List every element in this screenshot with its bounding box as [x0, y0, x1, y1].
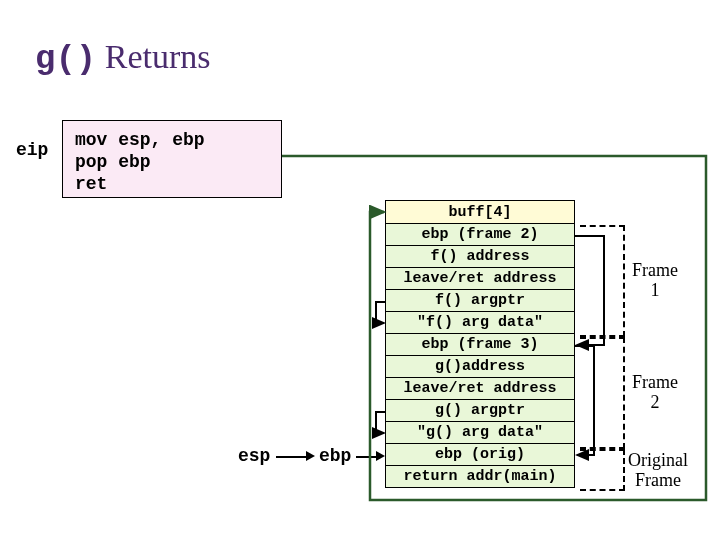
title-mono: g()	[35, 40, 96, 78]
code-box: mov esp, ebp pop ebp ret	[62, 120, 282, 198]
title-word: Returns	[105, 38, 211, 75]
eip-label: eip	[16, 140, 48, 160]
stack-cell: ebp (frame 2)	[385, 224, 575, 246]
ebp-arrow-head	[376, 451, 385, 461]
esp-arrow-line	[276, 456, 308, 458]
stack: buff[4] ebp (frame 2) f() address leave/…	[385, 200, 575, 488]
stack-cell: f() address	[385, 246, 575, 268]
argptr2	[376, 412, 385, 433]
frame2-bracket	[580, 337, 625, 449]
origframe-bracket	[580, 449, 625, 491]
stack-cell: f() argptr	[385, 290, 575, 312]
stack-cell: g() argptr	[385, 400, 575, 422]
stack-cell: buff[4]	[385, 200, 575, 224]
stack-cell: return addr(main)	[385, 466, 575, 488]
esp-arrow-head	[306, 451, 315, 461]
stack-cell: "f() arg data"	[385, 312, 575, 334]
frame1-label: Frame 1	[632, 260, 678, 300]
origframe-label: Original Frame	[628, 450, 688, 490]
argptr1	[376, 302, 385, 323]
stack-cell: leave/ret address	[385, 268, 575, 290]
ebp-label: ebp	[319, 446, 351, 466]
ebp-arrow-line	[356, 456, 378, 458]
stack-cell: "g() arg data"	[385, 422, 575, 444]
frame2-label: Frame 2	[632, 372, 678, 412]
frame1-bracket	[580, 225, 625, 337]
stack-cell: leave/ret address	[385, 378, 575, 400]
slide: g() Returns eip mov esp, ebp pop ebp ret…	[0, 0, 720, 540]
page-title: g() Returns	[35, 38, 211, 78]
stack-cell: ebp (frame 3)	[385, 334, 575, 356]
esp-label: esp	[238, 446, 270, 466]
stack-cell: g()address	[385, 356, 575, 378]
stack-cell: ebp (orig)	[385, 444, 575, 466]
